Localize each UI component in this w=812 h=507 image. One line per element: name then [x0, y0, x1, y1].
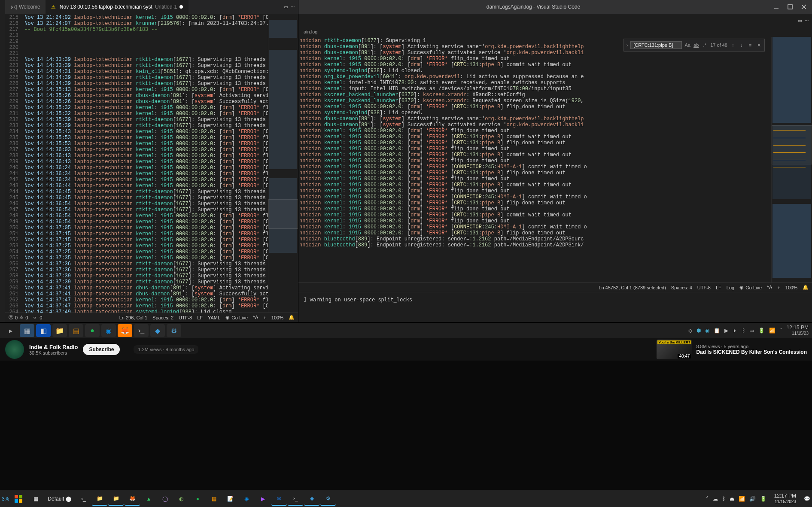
status-lang-right[interactable]: Log [727, 285, 734, 290]
status-cursor-left[interactable]: Ln 296, Col 1 [119, 315, 147, 320]
terminal-icon[interactable]: ›_ [134, 324, 149, 337]
tray-battery-icon[interactable]: 🔋 [758, 328, 765, 334]
status-ports[interactable]: ᯤ0 [33, 315, 42, 320]
subscribe-button[interactable]: Subscribe [83, 344, 120, 355]
notepad-task-icon[interactable]: 📝 [222, 492, 238, 506]
expand-icon[interactable]: ▸ [3, 324, 18, 337]
code-area-right[interactable]: nnician rtkit-daemon[1677]: Supervising … [298, 37, 771, 282]
status-lang-left[interactable]: YAML [208, 315, 220, 320]
taskmgr-icon[interactable]: ▦ [20, 324, 34, 337]
edge-icon[interactable]: ◉ [101, 324, 116, 337]
status-encoding-right[interactable]: UTF-8 [697, 285, 711, 290]
channel-name[interactable]: Indie & Folk Radio [29, 344, 78, 350]
split-editor-icon[interactable]: ▭ [798, 17, 802, 24]
gimp-task-icon[interactable]: ◐ [173, 492, 189, 506]
tray-display-icon[interactable]: ▭ [749, 328, 754, 334]
tray-play-icon[interactable]: ▶ [724, 328, 728, 334]
status-eol-right[interactable]: LF [716, 285, 721, 290]
tray-discord-icon[interactable]: ◉ [705, 328, 709, 334]
more-actions-icon[interactable]: ⋯ [805, 17, 809, 24]
start-button[interactable] [10, 492, 27, 506]
find-toggle-replace-icon[interactable]: › [626, 43, 628, 48]
vscode-task-icon[interactable]: ◆ [150, 324, 165, 337]
settings-task-icon[interactable]: ⚙ [320, 492, 336, 506]
status-zoom-plus-left[interactable]: + [263, 315, 266, 320]
status-cursor-right[interactable]: Ln 45752, Col 1 (8739 selected) [599, 285, 666, 290]
tray-wifi-icon[interactable]: 📶 [769, 328, 776, 334]
find-input[interactable] [630, 41, 682, 49]
status-zoom-right[interactable]: 100% [785, 285, 797, 290]
tray-bluetooth2-icon[interactable]: ᛒ [722, 496, 725, 502]
split-editor-icon[interactable]: ▭ [284, 3, 288, 10]
minimap-right[interactable] [771, 37, 812, 282]
tray-playctl-icon[interactable]: ⏵ [733, 328, 738, 334]
tab-welcome[interactable]: Welcome [5, 0, 46, 14]
video-thumbnail[interactable]: You're the KILLER? 40:47 [657, 340, 692, 359]
explorer-task-icon[interactable]: 📁 [92, 492, 107, 506]
start-here-icon[interactable]: ◧ [36, 324, 51, 337]
channel-avatar[interactable] [5, 340, 24, 359]
edge-task-icon[interactable]: ◉ [239, 492, 254, 506]
weather-widget[interactable]: 3% [2, 496, 9, 502]
close-button[interactable] [797, 2, 810, 12]
tray-clipboard-icon[interactable]: 📋 [714, 328, 720, 334]
terminal-task-icon[interactable]: ›_ [76, 492, 91, 506]
taskview-button[interactable]: ▦ [28, 492, 43, 506]
tray-notify-icon[interactable]: ◇ [688, 328, 692, 334]
firefox-icon[interactable]: 🦊 [118, 324, 132, 337]
tray-chevron-up-icon[interactable]: ˄ [706, 496, 709, 502]
status-aA-left[interactable]: ᴬA [253, 315, 258, 320]
editor-left[interactable]: 2152162172182192202212222232242252262272… [5, 14, 298, 313]
tray-shield-icon[interactable]: ⬢ [696, 328, 701, 334]
cmd-task-icon[interactable]: ›_ [288, 492, 303, 506]
tray-vol-icon[interactable]: 🔊 [749, 496, 756, 502]
video-card-left[interactable]: 1.2M views · 9 months ago [134, 345, 198, 354]
status-zoom-plus-right[interactable]: + [777, 285, 780, 290]
editor-right[interactable]: nnician rtkit-daemon[1677]: Supervising … [298, 37, 812, 282]
tray-chevron-icon[interactable]: ˄ [780, 328, 782, 334]
tab-untitled-log[interactable]: ⚠ Nov 13 00:10:56 laptop-txtechnician sy… [46, 0, 189, 14]
status-aA-right[interactable]: ᴬA [767, 285, 772, 290]
status-eol-left[interactable]: LF [197, 315, 203, 320]
video-title[interactable]: Dad Is SICKENED By Killer Son's Confessi… [696, 349, 807, 355]
find-prev-icon[interactable]: ↑ [730, 43, 736, 48]
firefox-task-icon[interactable]: 🦊 [125, 492, 140, 506]
match-case-icon[interactable]: Aa [684, 43, 690, 48]
files-icon[interactable]: 📁 [52, 324, 67, 337]
status-bell-left[interactable]: 🔔 [289, 315, 295, 320]
find-next-icon[interactable]: ↓ [739, 43, 745, 48]
tray-eject-icon[interactable]: ⏏ [730, 496, 734, 502]
layers-icon[interactable]: ▤ [69, 324, 83, 337]
status-encoding-left[interactable]: UTF-8 [179, 315, 192, 320]
status-zoom-left[interactable]: 100% [271, 315, 283, 320]
status-spaces-right[interactable]: Spaces: 4 [671, 285, 692, 290]
status-spaces-left[interactable]: Spaces: 2 [152, 315, 173, 320]
more-actions-icon[interactable]: ⋯ [291, 3, 295, 10]
taskbar-clock[interactable]: 12:17 PM 11/15/2023 [771, 493, 800, 505]
minimap-left[interactable] [268, 14, 298, 313]
breadcrumb-right[interactable]: ain.log [298, 27, 812, 37]
vm-task-icon[interactable]: ◯ [157, 492, 173, 506]
media-task-icon[interactable]: ▶ [255, 492, 271, 506]
layers-task-icon[interactable]: ▤ [206, 492, 222, 506]
terminal-panel[interactable]: ] warning on user-space split_locks [298, 292, 812, 322]
profile-pill[interactable]: Default ⬤ [44, 492, 75, 506]
status-errors[interactable]: ⓧ0 ⚠0 [9, 314, 28, 321]
minimize-button[interactable] [770, 2, 783, 12]
whole-word-icon[interactable]: ab [693, 43, 699, 48]
android-task-icon[interactable]: ▲ [141, 492, 156, 506]
tray-clock[interactable]: 12:15 PM 11/15/23 [787, 325, 809, 336]
regex-icon[interactable]: .* [702, 43, 708, 48]
settings-app-icon[interactable]: ⚙ [167, 324, 181, 337]
tray-cloud-icon[interactable]: ☁ [713, 496, 718, 502]
find-selection-icon[interactable]: ≡ [747, 43, 753, 48]
status-golive-right[interactable]: ◉Go Live [739, 285, 762, 290]
notifications-icon[interactable]: 💬 [804, 496, 810, 502]
find-close-icon[interactable]: ✕ [756, 43, 762, 48]
status-golive-left[interactable]: ◉Go Live [225, 315, 248, 320]
status-bell-right[interactable]: 🔔 [803, 285, 809, 290]
tray-batt2-icon[interactable]: 🔋 [760, 496, 766, 502]
spotify-task-icon[interactable]: ● [190, 492, 205, 506]
outlook-task-icon[interactable]: ✉ [271, 492, 287, 506]
tray-bluetooth-icon[interactable]: ᛒ [742, 328, 745, 334]
